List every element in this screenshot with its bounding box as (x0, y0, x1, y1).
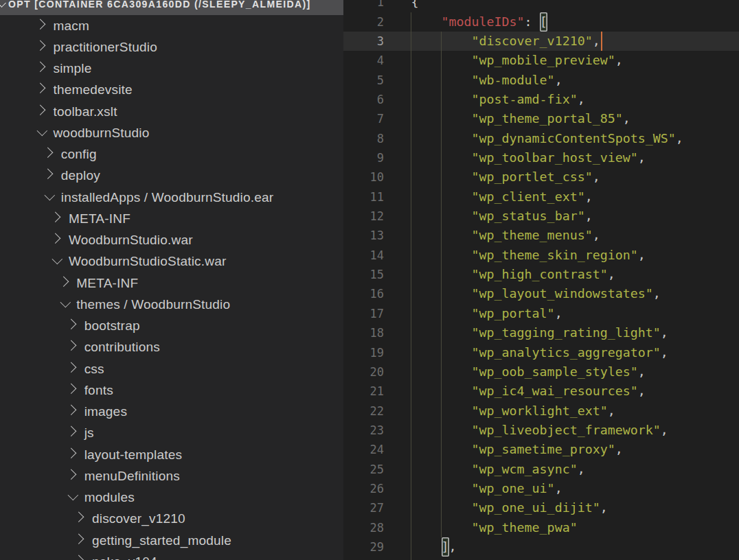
line-number[interactable]: 2 (343, 12, 384, 32)
chevron-right-icon[interactable] (75, 533, 87, 545)
line-number[interactable]: 4 (343, 51, 384, 70)
code-line-24: "wp_sametime_proxy", (411, 440, 683, 459)
tree-item-css[interactable]: css (0, 358, 343, 380)
chevron-right-icon[interactable] (67, 404, 80, 417)
line-number[interactable]: 21 (343, 382, 384, 401)
chevron-right-icon[interactable] (44, 168, 56, 180)
line-number[interactable]: 12 (343, 207, 384, 226)
line-number[interactable]: 7 (343, 109, 384, 128)
chevron-down-icon[interactable] (44, 189, 56, 202)
line-number[interactable]: 3 (343, 32, 384, 51)
token-string: "wp_one_ui" (472, 481, 555, 495)
tree-item-layout-templates[interactable]: layout-templates (0, 444, 343, 465)
chevron-right-icon[interactable] (67, 361, 80, 373)
tree-item-bootstrap[interactable]: bootstrap (0, 316, 343, 337)
tree-item-label: getting_started_module (92, 533, 231, 548)
chevron-right-icon[interactable] (59, 275, 71, 288)
line-number[interactable]: 10 (343, 167, 384, 187)
line-number[interactable]: 6 (343, 90, 384, 109)
chevron-right-icon[interactable] (75, 555, 87, 560)
token-punctuation: , (661, 325, 668, 340)
tree-item-woodburnstudio-war[interactable]: WoodburnStudio.war (0, 230, 343, 251)
line-number[interactable]: 26 (343, 479, 384, 498)
line-number[interactable]: 15 (343, 265, 384, 284)
chevron-right-icon[interactable] (67, 383, 80, 395)
chevron-down-icon[interactable] (52, 254, 64, 266)
chevron-right-icon[interactable] (67, 340, 80, 352)
tree-item-meta-inf[interactable]: META-INF (0, 272, 343, 294)
line-number[interactable]: 28 (343, 518, 384, 537)
tree-item-modules[interactable]: modules (0, 487, 343, 509)
text-cursor (601, 32, 603, 51)
token-punctuation: , (555, 481, 562, 495)
chevron-right-icon[interactable] (67, 425, 80, 438)
token-punctuation (411, 14, 442, 29)
chevron-right-icon[interactable] (67, 447, 80, 459)
tree-item-woodburnstudio[interactable]: woodburnStudio (0, 122, 343, 143)
line-number[interactable]: 18 (343, 323, 384, 342)
line-number[interactable]: 5 (343, 71, 384, 90)
line-number[interactable]: 27 (343, 498, 384, 517)
chevron-right-icon[interactable] (67, 469, 80, 481)
chevron-right-icon[interactable] (36, 40, 48, 52)
chevron-right-icon[interactable] (36, 18, 48, 30)
chevron-right-icon[interactable] (52, 211, 64, 224)
tree-item-menudefinitions[interactable]: menuDefinitions (0, 465, 343, 487)
token-punctuation (411, 267, 472, 281)
line-number[interactable]: 23 (343, 421, 384, 440)
token-punctuation (411, 325, 472, 340)
line-number[interactable]: 29 (343, 537, 384, 557)
explorer-root-label: OPT [CONTAINER 6CA309A160DD (/SLEEPY_ALM… (8, 0, 311, 10)
line-number[interactable]: 17 (343, 304, 384, 323)
tree-item-meta-inf[interactable]: META-INF (0, 208, 343, 229)
line-number[interactable]: 14 (343, 246, 384, 265)
tree-item-simple[interactable]: simple (0, 58, 343, 80)
chevron-down-icon[interactable] (0, 0, 5, 7)
code-line-1: { (411, 0, 683, 12)
line-number[interactable]: 24 (343, 440, 384, 459)
tree-item-getting-started-module[interactable]: getting_started_module (0, 530, 343, 551)
tree-item-installedapps-woodburnstudio-ear[interactable]: installedApps / WoodburnStudio.ear (0, 187, 343, 208)
tree-item-practitionerstudio[interactable]: practitionerStudio (0, 36, 343, 58)
line-number[interactable]: 19 (343, 343, 384, 362)
code-editor[interactable]: 1234567891011121314151617181920212223242… (343, 0, 739, 560)
chevron-down-icon[interactable] (59, 297, 71, 310)
tree-item-config[interactable]: config (0, 144, 343, 165)
tree-item-woodburnstudiostatic-war[interactable]: WoodburnStudioStatic.war (0, 251, 343, 272)
line-number[interactable]: 9 (343, 148, 384, 167)
chevron-right-icon[interactable] (36, 82, 48, 95)
line-number[interactable]: 11 (343, 187, 384, 207)
tree-item-deploy[interactable]: deploy (0, 165, 343, 187)
tree-item-js[interactable]: js (0, 423, 343, 444)
chevron-down-icon[interactable] (36, 126, 48, 138)
chevron-right-icon[interactable] (67, 318, 80, 331)
chevron-right-icon[interactable] (44, 147, 56, 159)
tree-item-fonts[interactable]: fonts (0, 380, 343, 401)
tree-item-neko-v104[interactable]: neko_v104 (0, 551, 343, 560)
line-number[interactable]: 25 (343, 460, 384, 479)
token-punctuation (411, 209, 472, 223)
line-number[interactable]: 13 (343, 226, 384, 245)
line-number[interactable]: 22 (343, 401, 384, 421)
tree-item-themes-woodburnstudio[interactable]: themes / WoodburnStudio (0, 294, 343, 315)
token-punctuation (411, 423, 472, 437)
line-number[interactable]: 16 (343, 284, 384, 303)
tree-item-label: simple (53, 61, 91, 76)
tree-item-themedevsite[interactable]: themedevsite (0, 80, 343, 101)
line-number[interactable]: 20 (343, 362, 384, 382)
chevron-right-icon[interactable] (36, 104, 48, 116)
tree-item-discover-v1210[interactable]: discover_v1210 (0, 509, 343, 530)
tree-item-macm[interactable]: macm (0, 15, 343, 36)
chevron-down-icon[interactable] (67, 490, 80, 502)
chevron-right-icon[interactable] (75, 511, 87, 524)
chevron-right-icon[interactable] (52, 233, 64, 245)
tree-item-label: deploy (61, 168, 100, 183)
tree-item-images[interactable]: images (0, 401, 343, 423)
line-number[interactable]: 8 (343, 129, 384, 148)
explorer-section-header[interactable]: OPT [CONTAINER 6CA309A160DD (/SLEEPY_ALM… (0, 0, 343, 15)
code-content[interactable]: { "moduleIDs": [ "discover_v1210", "wp_m… (411, 0, 683, 557)
chevron-right-icon[interactable] (36, 61, 48, 73)
tree-item-toolbar-xslt[interactable]: toolbar.xslt (0, 101, 343, 122)
tree-item-contributions[interactable]: contributions (0, 337, 343, 358)
line-number[interactable]: 1 (343, 0, 384, 12)
